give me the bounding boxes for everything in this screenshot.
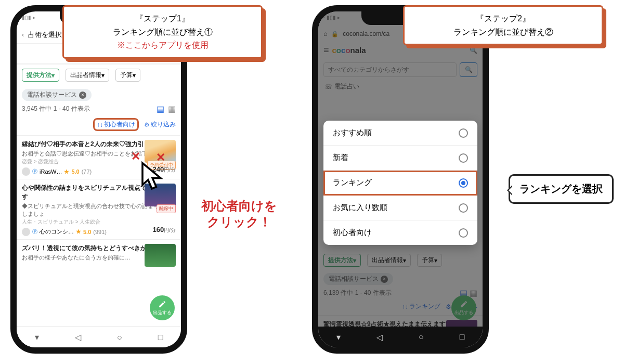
review-count: (77)	[82, 168, 92, 175]
pro-badge: Ⓟ	[32, 228, 37, 236]
result-count-row: 3,945 件中 1 - 40 件表示 ▤ ▦	[17, 102, 181, 116]
pro-badge: Ⓟ	[32, 168, 37, 175]
pencil-icon	[158, 300, 166, 308]
chevron-down-icon: ▾	[51, 72, 55, 79]
chevron-down-icon: ▾	[101, 72, 105, 79]
review-count: (991)	[93, 229, 107, 235]
step2-line: ランキング順に並び替え②	[412, 25, 594, 39]
seller-name: iRasW…	[40, 168, 62, 175]
filter-budget[interactable]: 予算 ▾	[115, 69, 140, 82]
sort-icon: ↑↓	[97, 121, 103, 128]
sort-option-favorites[interactable]: お気に入り数順	[323, 196, 477, 220]
step1-title: 『ステップ1』	[71, 12, 254, 25]
listing-thumbnail	[145, 244, 176, 267]
grid-view-icon[interactable]: ▦	[168, 105, 176, 113]
nav-back-icon[interactable]: ◁	[376, 332, 383, 342]
chevron-down-icon: ▾	[133, 72, 136, 79]
nav-back-icon[interactable]: ◁	[75, 332, 81, 342]
android-navbar: ▾ ◁ ○ □	[318, 327, 483, 347]
radio-icon	[459, 228, 468, 238]
avatar	[22, 228, 30, 236]
filter-seller[interactable]: 出品者情報 ▾	[66, 69, 109, 82]
listing-category: 人生・スピリチュアル > 人生総合	[22, 218, 176, 226]
android-navbar: ▾ ◁ ○ □	[17, 327, 181, 347]
filter-icon: ⚙	[144, 121, 150, 128]
fab-label: 出品する	[153, 309, 172, 316]
radio-icon	[459, 128, 468, 138]
avatar	[22, 167, 30, 176]
step1-line: ランキング順に並び替え①	[71, 25, 254, 39]
step1-callout: 『ステップ1』 ランキング順に並び替え① ※ここからアプリを使用	[62, 5, 263, 59]
rating-value: 5.0	[83, 229, 91, 235]
filter-row: 提供方法 ▾ 出品者情報 ▾ 予算 ▾	[17, 64, 181, 86]
list-view-icon[interactable]: ▤	[157, 105, 164, 113]
view-toggle[interactable]: ▤ ▦	[154, 104, 176, 114]
filter-link[interactable]: ⚙ 絞り込み	[144, 118, 176, 131]
status-badge: 離席中	[157, 204, 176, 213]
listing-price: 160円/分	[153, 226, 176, 234]
sort-beginner-link[interactable]: ↑↓ 初心者向け	[93, 118, 139, 131]
filter-method[interactable]: 提供方法 ▾	[22, 69, 59, 82]
step2-callout: 『ステップ2』 ランキング順に並び替え②	[403, 5, 603, 45]
nav-recent-icon[interactable]: □	[460, 332, 465, 342]
sort-sheet: おすすめ順 新着 ランキング お気に入り数順 初心者向け	[323, 121, 477, 245]
sort-option-label: お気に入り数順	[333, 203, 387, 213]
page-title: 占術を選択	[28, 30, 62, 40]
radio-icon-selected	[459, 178, 468, 188]
sort-option-new[interactable]: 新着	[323, 146, 477, 171]
close-icon[interactable]: ×	[79, 92, 86, 99]
nav-home-icon[interactable]: ○	[419, 332, 424, 342]
sort-option-label: おすすめ順	[333, 128, 372, 138]
star-icon: ★	[76, 228, 81, 235]
sort-row: ↑↓ 初心者向け ⚙ 絞り込み	[17, 116, 181, 135]
sort-option-recommended[interactable]: おすすめ順	[323, 121, 477, 146]
star-icon: ★	[64, 168, 69, 175]
cursor-arrow-icon	[139, 161, 171, 192]
rating-value: 5.0	[71, 168, 79, 175]
instruction-label: 初心者向けをクリック！	[187, 198, 291, 230]
phone-step2: ◦ ▮▯▮ ▸ ▢ ⌂ 🔒 coconala.com/ca ≡ coconala…	[312, 5, 489, 354]
sort-option-ranking[interactable]: ランキング	[323, 171, 477, 196]
ranking-bubble: ランキングを選択	[509, 174, 614, 204]
step1-note: ※ここからアプリを使用	[71, 38, 254, 52]
listing-card[interactable]: ズバリ！透視にて彼の気持ちとどうすべきか答えます お相手の様子やあなたに合う方を…	[17, 239, 181, 264]
sort-option-beginner[interactable]: 初心者向け	[323, 220, 477, 245]
sort-option-label: 新着	[333, 153, 348, 163]
create-listing-fab[interactable]: 出品する	[150, 295, 175, 320]
signal-icon: ▮▯▮ ▸	[22, 15, 35, 26]
nav-home-icon[interactable]: ○	[117, 333, 122, 342]
step2-title: 『ステップ2』	[412, 12, 594, 25]
seller-name: 心のコンシ…	[40, 228, 74, 236]
sort-option-label: 初心者向け	[333, 228, 372, 238]
active-filter-chip[interactable]: 電話相談サービス×	[22, 89, 92, 101]
nav-menu-icon[interactable]: ▾	[336, 332, 341, 342]
nav-recent-icon[interactable]: □	[158, 333, 163, 342]
back-icon[interactable]: ‹	[22, 31, 24, 38]
result-count: 3,945 件中 1 - 40 件表示	[22, 105, 90, 113]
sort-option-label: ランキング	[333, 178, 372, 188]
radio-icon	[459, 203, 468, 213]
nav-menu-icon[interactable]: ▾	[35, 332, 39, 342]
radio-icon	[459, 153, 468, 163]
